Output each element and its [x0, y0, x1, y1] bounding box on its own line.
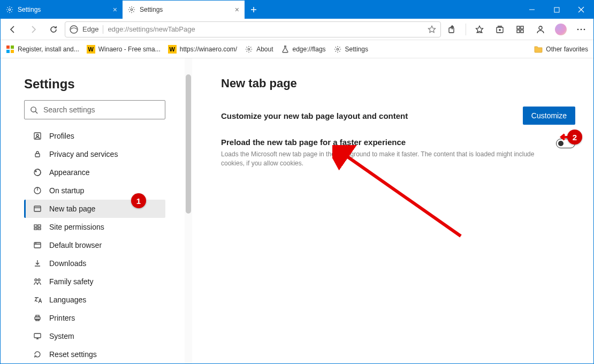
favorite-star-icon[interactable] [428, 25, 436, 34]
bookmark-item[interactable]: W Winaero - Free sma... [87, 45, 161, 54]
close-icon[interactable]: × [113, 5, 117, 14]
collections-button[interactable] [491, 20, 509, 39]
customize-row: Customize your new tab page layout and c… [221, 107, 575, 125]
separator [103, 25, 103, 34]
avatar-button[interactable] [552, 20, 570, 39]
svg-point-1 [131, 9, 133, 11]
site-icon: W [168, 45, 177, 54]
language-icon [33, 295, 42, 304]
svg-point-20 [31, 107, 36, 111]
folder-icon [534, 45, 543, 54]
minimize-button[interactable] [520, 1, 544, 19]
svg-rect-14 [6, 46, 10, 49]
nav-label: Reset settings [49, 350, 97, 359]
nav-label: Site permissions [49, 223, 104, 231]
share-button[interactable] [443, 20, 461, 39]
site-icon: W [87, 45, 95, 54]
other-favorites-button[interactable]: Other favorites [534, 45, 588, 54]
sidebar-item-printers[interactable]: Printers [24, 309, 165, 327]
tab-label: Settings [140, 6, 231, 13]
nav-label: On startup [49, 186, 84, 195]
bookmark-label: Winaero - Free sma... [98, 46, 161, 53]
browser-tab-inactive[interactable]: Settings × [1, 1, 123, 19]
svg-point-19 [337, 48, 339, 50]
extensions-button[interactable] [511, 20, 529, 39]
svg-rect-17 [11, 50, 14, 53]
window-controls [520, 1, 593, 19]
annotation-badge-2: 2 [567, 130, 582, 145]
settings-nav: ProfilesPrivacy and servicesAppearanceOn… [24, 127, 165, 364]
scrollbar-thumb[interactable] [186, 74, 191, 214]
settings-main: New tab page Customize your new tab page… [193, 58, 593, 364]
permissions-icon [33, 223, 42, 231]
new-tab-button[interactable] [245, 1, 263, 19]
bookmarks-bar: Register, install and... W Winaero - Fre… [1, 40, 593, 58]
back-button[interactable] [4, 20, 22, 39]
family-icon [33, 277, 42, 286]
close-window-button[interactable] [569, 1, 593, 19]
close-icon[interactable]: × [235, 5, 239, 14]
bookmark-label: edge://flags [293, 46, 326, 53]
user-avatar-icon [555, 24, 567, 35]
svg-point-33 [35, 279, 37, 281]
svg-point-10 [539, 26, 542, 29]
svg-point-18 [248, 48, 250, 50]
bookmark-item[interactable]: About [245, 45, 273, 54]
sidebar-item-family-safety[interactable]: Family safety [24, 272, 165, 291]
nav-label: System [49, 332, 74, 340]
bookmark-item[interactable]: Settings [333, 45, 368, 54]
sidebar-item-site-permissions[interactable]: Site permissions [24, 218, 165, 236]
more-button[interactable] [572, 20, 590, 39]
nav-label: Family safety [49, 277, 93, 286]
edge-icon [70, 25, 78, 34]
bookmark-label: About [256, 46, 273, 53]
sidebar-item-appearance[interactable]: Appearance [24, 163, 165, 181]
sidebar-item-profiles[interactable]: Profiles [24, 127, 165, 145]
customize-heading: Customize your new tab page layout and c… [221, 111, 408, 120]
nav-label: Default browser [49, 241, 102, 249]
browser-tab-active[interactable]: Settings × [123, 1, 245, 19]
sidebar-item-downloads[interactable]: Downloads [24, 254, 165, 272]
preload-row: Preload the new tab page for a faster ex… [221, 138, 575, 169]
bookmark-label: Register, install and... [18, 46, 79, 53]
customize-button[interactable]: Customize [523, 107, 575, 125]
sidebar-scrollbar[interactable] [185, 58, 192, 364]
power-icon [33, 186, 42, 195]
svg-point-12 [581, 28, 582, 30]
bookmark-item[interactable]: edge://flags [281, 45, 326, 54]
sidebar-item-default-browser[interactable]: Default browser [24, 236, 165, 254]
gear-icon [128, 6, 135, 13]
nav-label: Profiles [49, 132, 74, 140]
sidebar-item-system[interactable]: System [24, 327, 165, 345]
browser-icon [33, 241, 42, 249]
bookmark-item[interactable]: Register, install and... [6, 45, 79, 54]
forward-button[interactable] [24, 20, 42, 39]
refresh-button[interactable] [44, 20, 63, 39]
gear-icon [333, 45, 342, 54]
tab-label: Settings [18, 6, 109, 13]
favorites-button[interactable] [470, 20, 489, 39]
svg-rect-30 [34, 228, 37, 230]
address-bar[interactable]: Edge edge://settings/newTabPage [65, 21, 441, 37]
sidebar-search-input[interactable]: Search settings [24, 100, 165, 119]
nav-label: Privacy and services [49, 150, 118, 158]
system-icon [33, 332, 42, 340]
maximize-button[interactable] [544, 1, 569, 19]
sidebar-item-languages[interactable]: Languages [24, 291, 165, 309]
nav-label: New tab page [49, 204, 95, 213]
sidebar-item-reset-settings[interactable]: Reset settings [24, 345, 165, 363]
svg-rect-4 [449, 28, 454, 33]
flask-icon [281, 45, 290, 54]
bookmark-item[interactable]: W https://winaero.com/ [168, 45, 237, 54]
profile-button[interactable] [531, 20, 550, 39]
page-content: Settings Search settings ProfilesPrivacy… [1, 58, 593, 364]
browser-toolbar: Edge edge://settings/newTabPage [1, 19, 593, 40]
svg-point-25 [35, 171, 36, 172]
download-icon [33, 259, 42, 268]
sidebar-item-privacy-and-services[interactable]: Privacy and services [24, 145, 165, 163]
svg-rect-36 [36, 315, 39, 317]
search-icon [30, 106, 38, 114]
svg-rect-8 [517, 30, 520, 33]
svg-rect-6 [517, 26, 520, 29]
gear-icon [245, 45, 253, 54]
